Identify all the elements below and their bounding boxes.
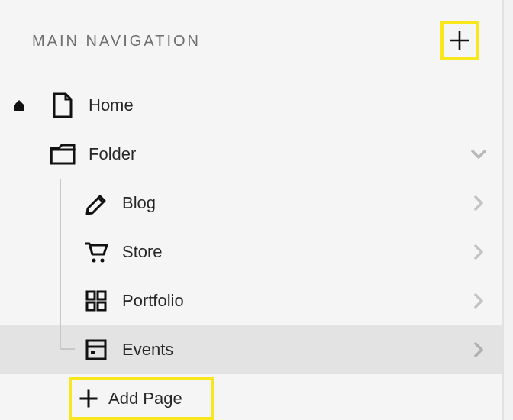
nav-item-events[interactable]: Events: [0, 325, 502, 374]
svg-point-2: [101, 259, 105, 263]
nav-item-store[interactable]: Store: [0, 228, 502, 276]
svg-rect-9: [91, 351, 95, 354]
chevron-down-icon: [471, 150, 486, 159]
nav-item-label: Home: [81, 95, 502, 115]
add-button[interactable]: [440, 21, 479, 60]
tree-line: [60, 179, 61, 228]
nav-item-label: Blog: [115, 193, 456, 213]
nav-item-label: Portfolio: [115, 291, 456, 311]
collapse-toggle[interactable]: [456, 150, 502, 159]
cart-icon: [78, 241, 115, 263]
navigation-panel: MAIN NAVIGATION Home Folder: [0, 0, 504, 420]
tree-line: [60, 325, 75, 350]
nav-item-blog[interactable]: Blog: [0, 179, 502, 228]
svg-point-1: [92, 259, 96, 263]
panel-title: MAIN NAVIGATION: [32, 32, 201, 50]
svg-rect-0: [51, 150, 74, 163]
add-page-label: Add Page: [98, 389, 182, 409]
blog-icon: [78, 192, 115, 215]
chevron-right-icon: [456, 342, 502, 357]
grid-icon: [78, 290, 115, 312]
svg-rect-7: [87, 341, 105, 359]
svg-rect-4: [98, 292, 105, 299]
page-icon: [44, 92, 81, 118]
add-page-button[interactable]: Add Page: [69, 377, 214, 420]
folder-icon: [44, 144, 81, 165]
folder-children: Blog Store: [0, 179, 502, 374]
chevron-right-icon: [456, 195, 502, 211]
tree-line: [60, 228, 61, 276]
panel-header: MAIN NAVIGATION: [0, 0, 502, 73]
nav-item-folder[interactable]: Folder: [0, 130, 502, 179]
nav-item-portfolio[interactable]: Portfolio: [0, 276, 502, 325]
nav-item-label: Folder: [81, 144, 456, 164]
nav-item-label: Store: [115, 242, 456, 262]
nav-list: Home Folder Blog: [0, 73, 502, 420]
svg-rect-6: [98, 302, 105, 310]
plus-icon: [450, 31, 469, 50]
chevron-right-icon: [456, 244, 502, 260]
calendar-icon: [78, 339, 115, 360]
tree-line: [60, 276, 61, 325]
nav-item-home[interactable]: Home: [0, 81, 502, 130]
svg-rect-5: [87, 302, 95, 310]
nav-item-label: Events: [115, 340, 456, 360]
plus-icon: [79, 389, 98, 408]
svg-rect-3: [87, 292, 95, 299]
home-indicator-icon: [12, 99, 26, 112]
chevron-right-icon: [456, 293, 502, 309]
